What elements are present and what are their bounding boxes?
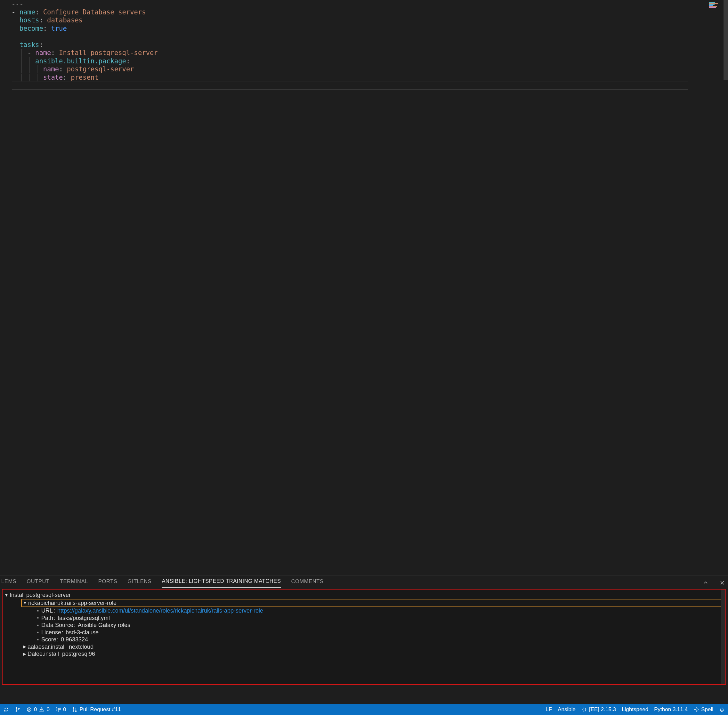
panel-close-icon[interactable]	[719, 579, 725, 586]
sb-eol-button[interactable]: LF	[545, 706, 552, 713]
sb-notifications-button[interactable]	[719, 707, 725, 712]
panel-collapse-icon[interactable]	[702, 579, 709, 586]
git-branch-icon	[15, 707, 21, 712]
sb-problems-button[interactable]: 0 0	[26, 706, 50, 713]
yaml-key: become	[20, 25, 43, 32]
yaml-value: postgresql-server	[67, 65, 134, 73]
detail-label: Path	[41, 614, 53, 622]
code-editor[interactable]: ---- name: Configure Database servers ho…	[10, 0, 728, 81]
sb-errors-count: 0	[34, 706, 37, 713]
chevron-right-icon[interactable]: ▶	[22, 651, 27, 657]
tab-ansible-lightspeed[interactable]: ANSIBLE: LIGHTSPEED TRAINING MATCHES	[162, 578, 281, 588]
detail-label: License	[41, 629, 61, 636]
cursor-line	[12, 81, 688, 90]
match-url-link[interactable]: https://galaxy.ansible.com/ui/standalone…	[57, 607, 263, 614]
svg-point-7	[76, 710, 77, 712]
tree-label: Dalee.install_postgresql96	[27, 650, 95, 658]
sb-lightspeed-button[interactable]: Lightspeed	[622, 706, 648, 713]
warning-icon	[39, 707, 44, 712]
bullet-icon: ▪	[36, 608, 41, 614]
detail-value: 0.9633324	[61, 636, 88, 643]
braces-icon	[581, 707, 587, 712]
detail-value: tasks/postgresql.yml	[57, 614, 110, 622]
sb-spell-button[interactable]: Spell	[693, 706, 713, 713]
sb-language-button[interactable]: Ansible	[558, 706, 575, 713]
svg-point-6	[73, 710, 74, 712]
yaml-dash: -	[27, 49, 31, 57]
panel-scrollbar[interactable]	[721, 590, 725, 684]
yaml-key: hosts	[20, 16, 39, 24]
tree-match-item[interactable]: ▶ aalaesar.install_nextcloud	[21, 643, 725, 651]
minimap[interactable]	[709, 2, 725, 8]
status-bar: 0 0 0 Pull Request #11 LF Ansible [EE]	[0, 704, 728, 715]
bullet-icon: ▪	[36, 629, 41, 635]
error-icon	[26, 707, 32, 712]
tab-comments[interactable]: COMMENTS	[292, 578, 324, 588]
sb-ee-label: [EE] 2.15.3	[589, 706, 616, 713]
tab-problems[interactable]: LEMS	[1, 578, 16, 588]
panel-tab-bar: LEMS OUTPUT TERMINAL PORTS GITLENS ANSIB…	[0, 575, 728, 588]
yaml-dash: -	[12, 8, 15, 16]
detail-value: Ansible Galaxy roles	[78, 621, 130, 629]
bottom-panel: LEMS OUTPUT TERMINAL PORTS GITLENS ANSIB…	[0, 575, 728, 688]
match-detail-row: ▪ Path: tasks/postgresql.yml	[35, 614, 725, 622]
sb-ports-count: 0	[63, 706, 66, 713]
svg-point-4	[58, 709, 59, 710]
yaml-key: state	[43, 74, 63, 81]
git-pull-request-icon	[72, 707, 77, 712]
sb-branch-button[interactable]	[15, 707, 21, 712]
yaml-value: databases	[47, 16, 83, 24]
yaml-value: true	[51, 25, 66, 32]
chevron-down-icon[interactable]: ▼	[4, 593, 9, 598]
yaml-value: Configure Database servers	[43, 8, 146, 16]
match-detail-row: ▪ Score: 0.9633324	[35, 636, 725, 643]
match-detail-row: ▪ URL: https://galaxy.ansible.com/ui/sta…	[35, 607, 725, 614]
match-detail-row: ▪ License: bsd-3-clause	[35, 629, 725, 636]
lightspeed-matches-panel: ▼ Install postgresql-server ▼ rickapicha…	[2, 589, 726, 685]
yaml-key: name	[20, 8, 35, 16]
radio-tower-icon	[55, 707, 61, 712]
tab-ports[interactable]: PORTS	[98, 578, 118, 588]
sb-pr-label: Pull Request #11	[79, 706, 121, 713]
svg-point-5	[73, 707, 74, 708]
gear-icon	[693, 707, 699, 712]
svg-point-1	[16, 710, 17, 712]
yaml-value: Install postgresql-server	[59, 49, 158, 57]
sb-spell-label: Spell	[701, 706, 713, 713]
svg-point-0	[16, 707, 17, 708]
detail-label: Score	[41, 636, 56, 643]
editor-scrollbar[interactable]	[723, 0, 728, 80]
sb-sync-button[interactable]	[3, 707, 9, 712]
yaml-value: present	[71, 74, 98, 81]
tree-match-item[interactable]: ▼ rickapichairuk.rails-app-server-role	[21, 599, 723, 608]
svg-point-2	[18, 708, 19, 709]
bullet-icon: ▪	[36, 615, 41, 621]
match-detail-row: ▪ Data Source: Ansible Galaxy roles	[35, 621, 725, 629]
sb-python-button[interactable]: Python 3.11.4	[654, 706, 688, 713]
detail-label: URL	[41, 607, 53, 614]
chevron-right-icon[interactable]: ▶	[22, 644, 27, 650]
bullet-icon: ▪	[36, 637, 41, 643]
tab-output[interactable]: OUTPUT	[27, 578, 49, 588]
vscode-window: ---- name: Configure Database servers ho…	[0, 0, 728, 715]
sb-ports-button[interactable]: 0	[55, 706, 66, 713]
tree-root[interactable]: ▼ Install postgresql-server	[3, 591, 725, 599]
tree-label: rickapichairuk.rails-app-server-role	[28, 599, 116, 607]
tree-match-item[interactable]: ▶ Dalee.install_postgresql96	[21, 650, 725, 658]
bullet-icon: ▪	[36, 623, 41, 628]
tab-terminal[interactable]: TERMINAL	[60, 578, 88, 588]
bell-icon	[719, 707, 725, 712]
detail-label: Data Source	[41, 621, 73, 629]
yaml-key: name	[35, 49, 51, 57]
sb-ee-button[interactable]: [EE] 2.15.3	[581, 706, 616, 713]
sb-pull-request-button[interactable]: Pull Request #11	[72, 706, 121, 713]
yaml-key: name	[43, 65, 59, 73]
tree-label: aalaesar.install_nextcloud	[27, 643, 94, 651]
tab-gitlens[interactable]: GITLENS	[128, 578, 152, 588]
chevron-down-icon[interactable]: ▼	[23, 600, 27, 606]
sync-icon	[3, 707, 9, 712]
sb-warnings-count: 0	[47, 706, 49, 713]
editor-area[interactable]: ---- name: Configure Database servers ho…	[0, 0, 728, 575]
svg-point-8	[696, 709, 697, 710]
detail-value: bsd-3-clause	[66, 629, 98, 636]
